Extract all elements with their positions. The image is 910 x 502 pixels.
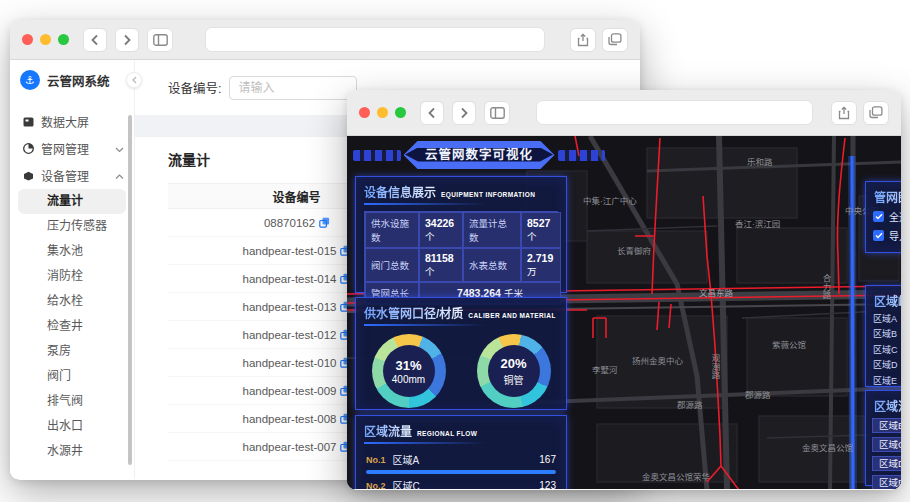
equipment-info-panel: 设备信息展示 EQUIPMENT INFORMATION 供水设施数 34226…	[355, 176, 567, 293]
browser-chrome	[10, 20, 640, 60]
stat-label: 阀门总数	[371, 258, 413, 272]
legend-item: 区域D	[866, 356, 901, 372]
share-icon	[577, 33, 589, 47]
minimize-button[interactable]	[40, 34, 51, 45]
regional-flow-panel: 区域流量 REGIONAL FLOW No.1 区域A 167 No.2 区域C…	[355, 415, 567, 489]
sidebar-item-data-screen[interactable]: 数据大屏	[10, 108, 134, 135]
sidebar-subitem-water-hydrant[interactable]: 给水栓	[10, 289, 134, 314]
minimize-button[interactable]	[377, 107, 388, 118]
header-title-frame: 云管网数字可视化	[404, 141, 555, 169]
map-label: 扬州金奥中心	[632, 356, 684, 366]
layer-option[interactable]: 导入管线	[866, 224, 901, 243]
regional-peak-panel: 区域峰值 区域A 区域B 区域C 区域D 区域E 0	[865, 285, 901, 387]
url-bar[interactable]	[536, 100, 813, 125]
sidebar-item-pipe-mgmt[interactable]: 管网管理	[10, 135, 134, 162]
stat-unit: 个	[425, 264, 457, 278]
close-button[interactable]	[359, 107, 370, 118]
tabs-button[interactable]	[863, 101, 889, 125]
brand-name: 云管网系统	[47, 71, 110, 90]
traffic-lights	[22, 34, 69, 45]
chevron-up-icon	[115, 169, 124, 183]
traffic-lights	[359, 107, 406, 118]
layer-option[interactable]: 全选	[866, 205, 901, 224]
panel-title: 区域流量	[364, 422, 412, 439]
flow-rank: No.2	[366, 481, 386, 490]
stat-value: 2.719	[527, 252, 555, 264]
map-label: 乐和路	[747, 157, 773, 167]
map-label: 文昌东路	[699, 288, 734, 298]
panel-subtitle: REGIONAL FLOW	[417, 430, 477, 437]
forward-button[interactable]	[115, 28, 139, 52]
sidebar-subitem-pump-house[interactable]: 泵房	[10, 339, 134, 364]
legend-item: 区域A	[866, 309, 901, 325]
device-id-input[interactable]	[229, 76, 357, 100]
legend-item: 区域B	[866, 325, 901, 341]
chevron-down-icon	[115, 142, 124, 156]
caliber-donut-chart: 31% 400mm	[372, 334, 446, 408]
dashboard-icon	[23, 117, 34, 127]
sidebar-subitem-water-well[interactable]: 水源井	[10, 439, 134, 464]
share-button[interactable]	[831, 101, 857, 125]
region-list-item[interactable]: 区域C	[872, 437, 901, 452]
brand-logo-icon: ⚓	[20, 70, 40, 90]
sidebar-subitem-sump[interactable]: 集水池	[10, 239, 134, 264]
zoom-button[interactable]	[395, 107, 406, 118]
forward-button[interactable]	[452, 101, 476, 125]
stat-label: 水表总数	[469, 258, 515, 272]
sidebar: ⚓ 云管网系统 数据大屏 管网管理 设备管理 流	[10, 60, 135, 479]
checkbox-checked-icon[interactable]	[873, 230, 884, 241]
sidebar-subitem-fire-hydrant[interactable]: 消防栓	[10, 264, 134, 289]
share-button[interactable]	[570, 28, 596, 52]
tabs-button[interactable]	[602, 28, 628, 52]
sidebar-scrollbar[interactable]	[128, 115, 132, 465]
map-label: 长青御府	[617, 246, 652, 256]
url-bar[interactable]	[205, 27, 545, 52]
chevron-left-icon	[131, 76, 138, 84]
sidebar-toggle-button[interactable]	[484, 101, 510, 125]
sidebar-item-device-mgmt[interactable]: 设备管理	[10, 162, 134, 189]
sidebar-subitem-outlet[interactable]: 出水口	[10, 414, 134, 439]
title-underline	[364, 324, 486, 326]
flow-rank-row: No.2 区域C 123	[356, 476, 566, 489]
flow-region: 区域A	[393, 452, 420, 467]
stat-label: 供水设施数	[371, 216, 413, 244]
copy-icon[interactable]	[319, 217, 330, 228]
sidebar-subitem-pressure-sensor[interactable]: 压力传感器	[10, 214, 134, 239]
back-button[interactable]	[420, 101, 444, 125]
title-underline	[364, 442, 486, 444]
legend-item: 区域C	[866, 340, 901, 356]
header-decoration-left	[353, 150, 401, 161]
flow-value: 167	[539, 454, 556, 465]
stat-unit: 个	[425, 229, 457, 243]
back-button[interactable]	[83, 28, 107, 52]
sidebar-subitem-inspection-well[interactable]: 检查井	[10, 314, 134, 339]
material-donut-chart: 20% 铜管	[477, 334, 551, 408]
map-label: 合力路	[821, 273, 831, 300]
region-list-item[interactable]: 区域B	[872, 418, 901, 433]
legend-item: 区域E	[866, 371, 901, 387]
map-label: 紫薇公馆	[772, 340, 806, 350]
sidebar-toggle-icon	[490, 107, 505, 119]
sidebar-subitem-flowmeter[interactable]: 流量计	[18, 189, 126, 214]
sidebar-subitem-exhaust-valve[interactable]: 排气阀	[10, 389, 134, 414]
sidebar-toggle-icon	[153, 34, 168, 46]
share-icon	[838, 106, 850, 120]
region-list-item[interactable]: 区域E	[872, 475, 901, 489]
dashboard-browser-window: 乐和路 中集·江广中心 香江·滨江园 中央公园 长青御府 文昌东路 合力路 扬州…	[347, 90, 901, 490]
zoom-button[interactable]	[58, 34, 69, 45]
stat-value: 81158	[425, 252, 457, 264]
sidebar-subitem-valve[interactable]: 阀门	[10, 364, 134, 389]
panel-title: 供水管网口径/材质	[364, 304, 463, 321]
flow-bar	[366, 470, 556, 474]
chevron-right-icon	[122, 34, 132, 46]
region-list-item[interactable]: 区域D	[872, 456, 901, 471]
title-underline	[364, 203, 486, 205]
map-label: 金奥文昌公馆	[802, 443, 853, 453]
sidebar-collapse-button[interactable]	[126, 72, 142, 88]
panel-title: 区域峰值	[874, 292, 901, 309]
header-decoration-right	[558, 150, 606, 161]
checkbox-checked-icon[interactable]	[873, 211, 884, 222]
close-button[interactable]	[22, 34, 33, 45]
sidebar-toggle-button[interactable]	[147, 28, 173, 52]
dashboard-header: 云管网数字可视化	[353, 141, 605, 169]
